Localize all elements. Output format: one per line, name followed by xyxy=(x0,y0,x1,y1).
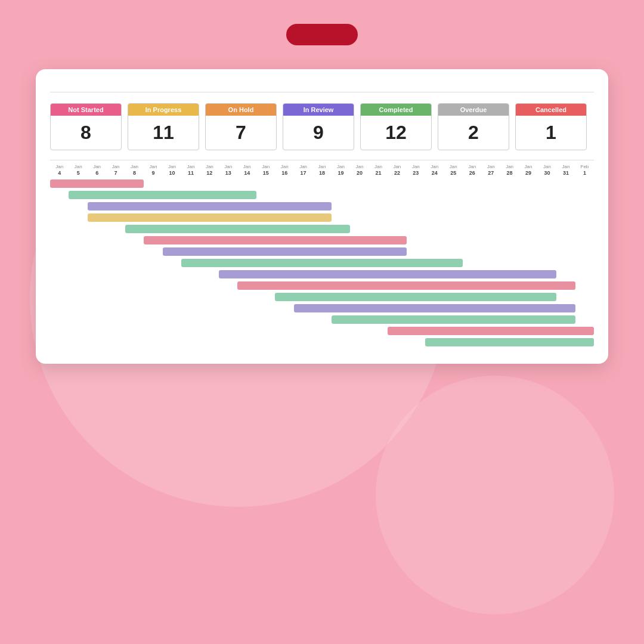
date-num: 12 xyxy=(206,170,212,177)
date-month: Jan xyxy=(431,164,438,170)
bar-row xyxy=(50,191,594,199)
date-month: Jan xyxy=(112,164,120,170)
date-num: 7 xyxy=(114,170,117,177)
date-month: Jan xyxy=(543,164,551,170)
date-num: 27 xyxy=(488,170,494,177)
gantt-bar xyxy=(125,225,350,233)
date-num: 1 xyxy=(583,170,586,177)
date-num: 25 xyxy=(450,170,456,177)
date-cell: Jan11 xyxy=(181,164,200,177)
date-month: Jan xyxy=(262,164,270,170)
date-num: 20 xyxy=(357,170,363,177)
status-label: In Progress xyxy=(128,104,199,116)
gantt-area: Jan4Jan5Jan6Jan7Jan8Jan9Jan10Jan11Jan12J… xyxy=(50,160,594,349)
date-num: 10 xyxy=(169,170,175,177)
date-month: Jan xyxy=(374,164,382,170)
date-cell: Feb1 xyxy=(575,164,594,177)
bars-area xyxy=(50,179,594,346)
date-cell: Jan5 xyxy=(69,164,87,177)
gantt-bar xyxy=(237,281,575,290)
bar-row xyxy=(50,247,594,256)
date-cell: Jan27 xyxy=(481,164,500,177)
bar-row xyxy=(50,179,594,188)
date-cell: Jan31 xyxy=(556,164,575,177)
date-num: 23 xyxy=(413,170,419,177)
status-count: 8 xyxy=(80,116,91,150)
date-month: Jan xyxy=(55,164,63,170)
date-num: 30 xyxy=(544,170,550,177)
date-cell: Jan9 xyxy=(144,164,162,177)
status-count: 2 xyxy=(468,116,479,150)
bar-row xyxy=(50,270,594,278)
date-cell: Jan8 xyxy=(125,164,144,177)
date-num: 14 xyxy=(244,170,250,177)
gantt-bar xyxy=(181,259,463,267)
date-cell: Jan15 xyxy=(256,164,275,177)
bar-row xyxy=(50,304,594,312)
date-month: Jan xyxy=(93,164,101,170)
date-cell: Jan18 xyxy=(312,164,331,177)
chart-card: Not Started 8 In Progress 11 On Hold 7 I… xyxy=(36,69,608,364)
gantt-bar xyxy=(332,315,575,324)
status-card-completed: Completed 12 xyxy=(360,103,432,150)
date-month: Jan xyxy=(243,164,251,170)
date-cell: Jan7 xyxy=(106,164,125,177)
bar-row xyxy=(50,327,594,335)
date-num: 8 xyxy=(133,170,136,177)
gantt-bar xyxy=(144,236,406,244)
date-cell: Jan10 xyxy=(163,164,181,177)
date-month: Jan xyxy=(150,164,157,170)
date-num: 28 xyxy=(507,170,513,177)
date-month: Jan xyxy=(506,164,513,170)
date-month: Jan xyxy=(299,164,307,170)
date-num: 11 xyxy=(188,170,194,177)
date-cell: Jan17 xyxy=(294,164,312,177)
date-month: Jan xyxy=(412,164,420,170)
date-cell: Jan26 xyxy=(463,164,481,177)
date-month: Jan xyxy=(393,164,401,170)
date-num: 17 xyxy=(301,170,306,177)
gantt-bar xyxy=(294,304,575,312)
date-num: 15 xyxy=(263,170,269,177)
gantt-bar xyxy=(219,270,556,278)
status-label: Completed xyxy=(361,104,431,116)
date-cell: Jan21 xyxy=(369,164,388,177)
bar-row xyxy=(50,315,594,324)
status-count: 7 xyxy=(236,116,246,150)
date-month: Jan xyxy=(318,164,326,170)
date-month: Jan xyxy=(562,164,570,170)
date-cell: Jan12 xyxy=(200,164,219,177)
status-card-in-review: In Review 9 xyxy=(283,103,354,150)
date-cell: Jan23 xyxy=(407,164,425,177)
status-label: In Review xyxy=(283,104,354,116)
bar-row xyxy=(50,213,594,222)
date-month: Jan xyxy=(131,164,138,170)
bar-row xyxy=(50,338,594,346)
status-count: 11 xyxy=(153,116,174,150)
date-cell: Jan22 xyxy=(388,164,406,177)
status-label: Overdue xyxy=(438,104,509,116)
status-label: On Hold xyxy=(206,104,276,116)
date-cell: Jan24 xyxy=(425,164,444,177)
date-month: Jan xyxy=(525,164,532,170)
date-month: Jan xyxy=(468,164,476,170)
status-label: Cancelled xyxy=(516,104,586,116)
date-month: Jan xyxy=(356,164,364,170)
date-num: 19 xyxy=(338,170,344,177)
date-cell: Jan13 xyxy=(219,164,237,177)
date-cell: Jan29 xyxy=(519,164,537,177)
date-num: 29 xyxy=(525,170,531,177)
status-card-on-hold: On Hold 7 xyxy=(205,103,277,150)
date-cell: Jan4 xyxy=(50,164,69,177)
status-row: Not Started 8 In Progress 11 On Hold 7 I… xyxy=(50,103,594,150)
date-month: Jan xyxy=(187,164,194,170)
title-badge xyxy=(286,24,358,45)
gantt-bar xyxy=(69,191,256,199)
date-month: Jan xyxy=(168,164,176,170)
gantt-bar xyxy=(425,338,594,346)
date-num: 13 xyxy=(225,170,231,177)
date-cell: Jan28 xyxy=(500,164,519,177)
date-month: Jan xyxy=(487,164,495,170)
date-num: 31 xyxy=(563,170,569,177)
gantt-bar xyxy=(388,327,594,335)
